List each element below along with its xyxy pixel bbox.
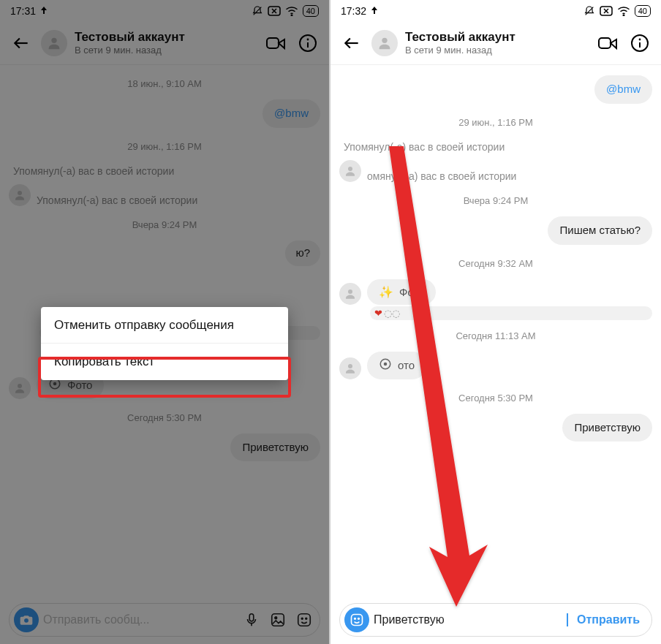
message-row: ✨ Фото xyxy=(339,279,652,305)
status-time: 17:31 xyxy=(10,5,36,17)
photo-icon xyxy=(379,357,392,374)
messages-area[interactable]: @bmw 29 июн., 1:16 PM Упомянул(-а) вас в… xyxy=(330,65,661,599)
svg-rect-16 xyxy=(249,614,254,621)
status-bar: 17:32 40 xyxy=(330,0,661,22)
message-avatar[interactable] xyxy=(339,283,361,305)
message-avatar[interactable] xyxy=(9,377,31,399)
svg-point-14 xyxy=(53,382,57,385)
video-call-button[interactable] xyxy=(595,31,620,56)
gallery-icon[interactable] xyxy=(267,609,289,631)
sticker-icon[interactable] xyxy=(293,609,315,631)
svg-point-34 xyxy=(348,167,352,171)
svg-point-40 xyxy=(355,618,356,620)
chat-subtitle: В сети 9 мин. назад xyxy=(405,45,588,56)
menu-item-copy-text[interactable]: Копировать текст xyxy=(41,343,288,379)
message-avatar[interactable] xyxy=(339,357,361,379)
composer: Отправить xyxy=(330,599,661,644)
reaction-bar[interactable]: ❤ ◌◌ xyxy=(370,306,652,320)
video-call-button[interactable] xyxy=(263,31,288,56)
date-separator: Вчера 9:24 PM xyxy=(9,219,320,230)
battery-indicator: 40 xyxy=(303,5,319,17)
message-row: Приветствую xyxy=(339,414,652,442)
back-button[interactable] xyxy=(339,31,364,56)
svg-point-4 xyxy=(291,15,292,16)
svg-point-21 xyxy=(301,618,303,619)
dnd-icon xyxy=(583,5,595,17)
chat-title-block[interactable]: Тестовый аккаунт В сети 9 мин. назад xyxy=(75,30,256,56)
back-button[interactable] xyxy=(9,31,34,56)
chat-avatar[interactable] xyxy=(371,30,398,56)
svg-point-35 xyxy=(348,289,352,294)
date-separator: Сегодня 11:13 AM xyxy=(339,330,652,341)
composer-inner[interactable]: Отправить xyxy=(339,603,652,637)
message-row: омянул(-а) вас в своей истории xyxy=(339,160,652,182)
reaction-avatar-icon: ◌◌ xyxy=(384,308,400,319)
photo-icon: ✨ xyxy=(379,285,393,299)
date-separator: Сегодня 5:30 PM xyxy=(339,393,652,404)
photo-bubble[interactable]: ото xyxy=(367,352,426,379)
phone-left: 17:31 40 Тестовый аккаунт В сети 9 мин. … xyxy=(0,0,330,644)
sent-bubble[interactable]: Приветствую xyxy=(562,414,652,442)
date-separator: Сегодня 5:30 PM xyxy=(9,412,320,423)
mic-icon[interactable] xyxy=(241,609,262,631)
svg-point-41 xyxy=(358,618,360,620)
svg-rect-39 xyxy=(352,615,363,626)
info-button[interactable] xyxy=(295,31,320,56)
chat-title-block[interactable]: Тестовый аккаунт В сети 9 мин. назад xyxy=(405,30,588,56)
photo-label: ото xyxy=(398,359,415,371)
svg-point-15 xyxy=(24,618,29,623)
context-menu: Отменить отправку сообщения Копировать т… xyxy=(41,307,288,380)
message-row: @bmw xyxy=(339,75,652,104)
svg-rect-7 xyxy=(267,38,279,48)
sent-bubble[interactable]: @bmw xyxy=(594,75,652,104)
photo-label: Фото xyxy=(399,286,424,298)
chat-header: Тестовый аккаунт В сети 9 мин. назад xyxy=(0,22,329,64)
svg-point-12 xyxy=(18,384,22,388)
message-avatar[interactable] xyxy=(339,160,361,182)
message-avatar[interactable] xyxy=(9,184,31,206)
sent-bubble[interactable]: Пишем статью? xyxy=(548,216,652,245)
sent-bubble[interactable]: Приветствую xyxy=(230,433,320,462)
chat-title: Тестовый аккаунт xyxy=(75,30,256,45)
message-row: @bmw xyxy=(9,99,320,128)
svg-rect-30 xyxy=(599,38,611,48)
sticker-button[interactable] xyxy=(344,607,369,632)
message-input[interactable] xyxy=(374,613,568,626)
wifi-icon xyxy=(285,6,298,16)
status-bar: 17:31 40 xyxy=(0,0,329,22)
date-separator: Сегодня 9:32 AM xyxy=(339,258,652,269)
info-button[interactable] xyxy=(627,31,652,56)
chat-header: Тестовый аккаунт В сети 9 мин. назад xyxy=(330,22,661,64)
svg-rect-20 xyxy=(298,614,311,626)
date-separator: 29 июн., 1:16 PM xyxy=(9,141,320,152)
svg-point-29 xyxy=(382,38,387,43)
svg-point-36 xyxy=(348,364,352,368)
photo-bubble[interactable]: ✨ Фото xyxy=(367,279,436,305)
svg-point-19 xyxy=(275,617,277,619)
message-input[interactable] xyxy=(43,613,236,626)
svg-point-9 xyxy=(307,39,309,41)
sent-bubble[interactable]: @bmw xyxy=(262,99,320,128)
composer-inner[interactable] xyxy=(9,603,320,637)
svg-rect-18 xyxy=(272,614,284,626)
upload-icon xyxy=(40,6,48,16)
story-mention: Упомянул(-а) вас в своей истории xyxy=(37,194,197,206)
chat-title: Тестовый аккаунт xyxy=(405,30,588,45)
close-box-icon xyxy=(600,6,613,16)
close-box-icon xyxy=(268,6,281,16)
date-separator: Вчера 9:24 PM xyxy=(339,195,652,206)
story-mention: Упомянул(-а) вас в своей истории xyxy=(344,141,652,153)
date-separator: 29 июн., 1:16 PM xyxy=(339,117,652,128)
svg-point-6 xyxy=(51,38,56,43)
chat-avatar[interactable] xyxy=(41,30,67,56)
svg-point-32 xyxy=(639,39,641,41)
message-row: Пишем статью? xyxy=(339,216,652,245)
heart-icon: ❤ xyxy=(374,308,382,319)
sent-bubble-partial[interactable]: ю? xyxy=(285,240,320,266)
svg-point-38 xyxy=(384,362,388,365)
chat-subtitle: В сети 9 мин. назад xyxy=(75,45,256,56)
upload-icon xyxy=(371,6,378,16)
camera-button[interactable] xyxy=(14,607,39,632)
menu-item-unsend[interactable]: Отменить отправку сообщения xyxy=(41,307,288,343)
send-button[interactable]: Отправить xyxy=(573,613,647,626)
